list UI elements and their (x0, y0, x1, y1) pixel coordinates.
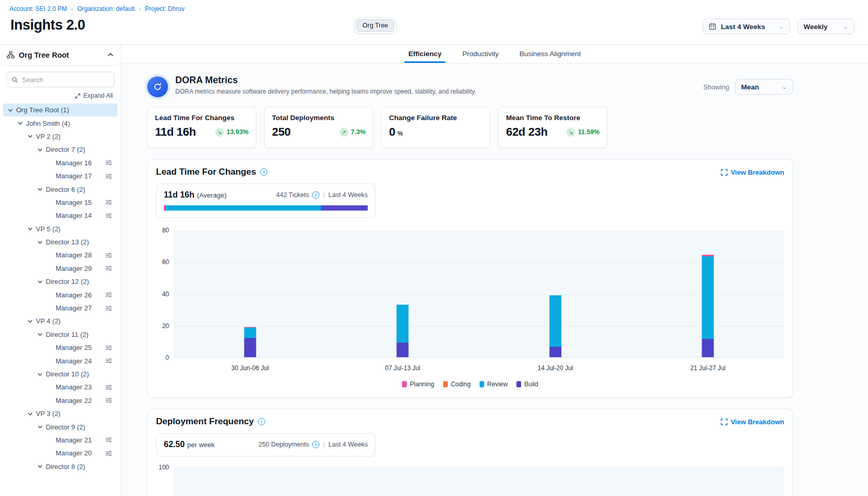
filter-sliders-icon[interactable] (105, 173, 112, 179)
sidebar-collapse-chevron-up-icon[interactable] (107, 51, 114, 58)
breadcrumb-link[interactable]: Project: Dhruv (145, 5, 185, 12)
tree-item[interactable]: Manager 28 (3, 249, 118, 262)
filter-sliders-icon[interactable] (105, 265, 112, 271)
chevron-down-icon[interactable] (17, 120, 23, 126)
tree-item[interactable]: Manager 24 (3, 354, 118, 367)
tree-item[interactable]: Manager 26 (3, 288, 118, 301)
chevron-down-icon[interactable] (37, 239, 43, 245)
tree-item[interactable]: Director 11 (2) (3, 328, 118, 341)
chevron-down-icon[interactable] (37, 279, 43, 285)
tab-efficiency[interactable]: Efficiency (407, 45, 443, 63)
filter-sliders-icon[interactable] (105, 397, 112, 403)
info-icon[interactable]: i (312, 191, 319, 199)
tab-productivity[interactable]: Productivity (461, 45, 500, 63)
metric-card-title: Mean Time To Restore (506, 114, 600, 122)
bar-segment-build (244, 338, 256, 357)
filter-sliders-icon[interactable] (105, 384, 112, 390)
stacked-bar[interactable] (244, 327, 256, 357)
info-icon[interactable]: i (260, 168, 267, 176)
tree-item-label: Manager 25 (56, 344, 92, 351)
filter-sliders-icon[interactable] (105, 345, 112, 351)
filter-sliders-icon[interactable] (105, 305, 112, 311)
chevron-down-icon[interactable] (27, 133, 33, 139)
info-icon[interactable]: i (312, 441, 319, 448)
breadcrumb-link[interactable]: Account: SEI 2.0 PM (9, 5, 67, 12)
tree-item[interactable]: Director 10 (2) (3, 368, 118, 381)
tree-item[interactable]: Director 13 (2) (3, 236, 118, 249)
tree-item[interactable]: Director 12 (2) (3, 275, 118, 288)
date-range-select[interactable]: Last 4 Weeks ⌄ (703, 19, 790, 34)
tree-item-label: Director 6 (2) (46, 186, 85, 193)
filter-sliders-icon[interactable] (105, 358, 112, 364)
metric-value-row: 250↗7.3% (272, 125, 366, 139)
view-breakdown-link[interactable]: View Breakdown (721, 418, 784, 426)
stacked-bar[interactable] (702, 255, 714, 357)
tab-business-alignment[interactable]: Business Alignment (519, 45, 582, 63)
tree-item[interactable]: Manager 25 (3, 341, 118, 354)
tree-item[interactable]: Manager 23 (3, 381, 118, 394)
chevron-down-icon[interactable] (27, 226, 33, 232)
legend-item-coding: Coding (443, 381, 471, 388)
tree-item-label: VP 5 (2) (36, 225, 60, 233)
chevron-down-icon[interactable] (37, 186, 43, 192)
tree-item[interactable]: Manager 27 (3, 302, 118, 315)
showing-select[interactable]: Mean ⌄ (735, 79, 793, 95)
chevron-down-icon[interactable] (27, 411, 33, 417)
tree-item[interactable]: Director 6 (2) (3, 182, 118, 195)
view-breakdown-link[interactable]: View Breakdown (721, 168, 784, 176)
tree-item[interactable]: Manager 22 (3, 394, 118, 407)
stacked-bar[interactable] (549, 295, 561, 357)
legend-label: Review (487, 381, 508, 388)
tree-item[interactable]: Manager 20 (3, 447, 118, 460)
metric-value: 62d 23h (506, 125, 548, 139)
x-axis-tick: 30 Jun-06 Jul (231, 364, 269, 372)
org-tree-button[interactable]: Org Tree (356, 19, 394, 32)
tree-item[interactable]: John Smith (4) (3, 116, 118, 129)
info-icon[interactable]: i (258, 418, 265, 425)
stacked-bar[interactable] (397, 305, 409, 357)
legend-item-review: Review (480, 381, 508, 388)
filter-sliders-icon[interactable] (105, 213, 112, 219)
chevron-down-icon[interactable] (37, 147, 43, 153)
tree-item-label: Manager 28 (56, 251, 92, 259)
tree-item[interactable]: Manager 17 (3, 169, 118, 182)
plot-area (174, 230, 784, 358)
sidebar-header: Org Tree Root (0, 45, 121, 66)
showing-control: Showing Mean ⌄ (703, 79, 793, 95)
tree-item[interactable]: Director 7 (2) (3, 143, 118, 156)
chevron-down-icon[interactable] (37, 463, 43, 469)
tree-item[interactable]: Manager 21 (3, 434, 118, 447)
filter-sliders-icon[interactable] (105, 450, 112, 456)
expand-all-button[interactable]: Expand All (0, 89, 121, 102)
filter-sliders-icon[interactable] (105, 437, 112, 443)
tree-item[interactable]: Org Tree Root (1) (3, 103, 118, 116)
phase-segment-review (165, 205, 321, 211)
chevron-down-icon[interactable] (7, 107, 14, 113)
tree-item[interactable]: Manager 14 (3, 209, 118, 222)
tree-item[interactable]: VP 2 (2) (3, 130, 118, 143)
chevron-down-icon[interactable] (27, 318, 33, 324)
filter-sliders-icon[interactable] (105, 292, 112, 298)
tree-item[interactable]: VP 3 (2) (3, 407, 118, 420)
plot-area (174, 467, 784, 496)
lead-time-title: Lead Time For Changes (156, 167, 256, 177)
tree-item[interactable]: VP 5 (2) (3, 223, 118, 236)
tree-item[interactable]: Director 9 (2) (3, 420, 118, 433)
org-tree-sidebar: Org Tree Root Expand All Org Tree Root (… (0, 45, 121, 496)
tree-item-label: Director 13 (2) (46, 238, 89, 246)
breadcrumb-link[interactable]: Organization: default (77, 5, 135, 12)
tree-item[interactable]: Manager 15 (3, 196, 118, 209)
tree-item[interactable]: VP 4 (2) (3, 315, 118, 328)
tree-item[interactable]: Director 8 (2) (3, 460, 118, 473)
chevron-down-icon[interactable] (37, 331, 43, 337)
chevron-down-icon[interactable] (37, 424, 43, 430)
granularity-select[interactable]: Weekly ⌄ (797, 19, 854, 34)
search-input[interactable] (22, 76, 109, 84)
chevron-down-icon[interactable] (37, 371, 43, 377)
bar-segment-review (397, 305, 409, 343)
filter-sliders-icon[interactable] (105, 160, 112, 166)
filter-sliders-icon[interactable] (105, 199, 112, 205)
tree-item[interactable]: Manager 29 (3, 262, 118, 275)
tree-item[interactable]: Manager 16 (3, 156, 118, 169)
filter-sliders-icon[interactable] (105, 252, 112, 258)
